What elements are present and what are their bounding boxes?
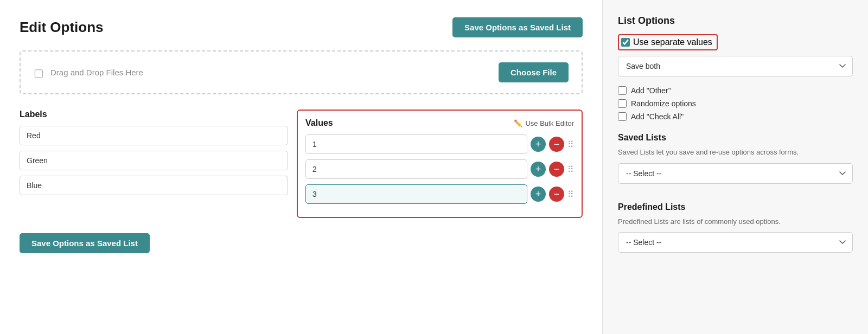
predefined-lists-select[interactable]: -- Select --: [618, 232, 853, 253]
value-row-2: + − ⠿: [305, 184, 574, 204]
bulk-editor-label: Use Bulk Editor: [525, 119, 574, 127]
predefined-lists-desc: Predefined Lists are lists of commonly u…: [618, 216, 853, 227]
remove-value-2-button[interactable]: −: [549, 187, 564, 202]
use-separate-values-text: Use separate values: [633, 37, 712, 47]
remove-value-1-button[interactable]: −: [549, 162, 564, 177]
main-panel: Edit Options Save Options as Saved List …: [0, 0, 602, 334]
label-input-2[interactable]: [20, 176, 288, 195]
file-icon: ▢: [34, 66, 44, 79]
value-input-1[interactable]: [305, 159, 527, 179]
randomize-options-checkbox[interactable]: [618, 99, 627, 108]
value-input-0[interactable]: [305, 134, 527, 154]
add-value-0-button[interactable]: +: [531, 137, 546, 152]
footer-row: Save Options as Saved List: [20, 233, 583, 253]
save-options-footer-button[interactable]: Save Options as Saved List: [20, 233, 150, 253]
remove-value-0-button[interactable]: −: [549, 137, 564, 152]
drag-handle-0[interactable]: ⠿: [567, 139, 574, 150]
bulk-editor-link[interactable]: ✏️ Use Bulk Editor: [514, 119, 574, 127]
label-row-1: [20, 151, 288, 170]
page-title: Edit Options: [20, 19, 104, 36]
add-other-checkbox[interactable]: [618, 86, 627, 95]
drag-handle-1[interactable]: ⠿: [567, 164, 574, 175]
use-separate-values-label[interactable]: Use separate values: [618, 34, 718, 50]
predefined-lists-title: Predefined Lists: [618, 202, 853, 212]
use-separate-values-checkbox[interactable]: [621, 38, 630, 47]
label-input-1[interactable]: [20, 151, 288, 170]
sidebar: List Options Use separate values Save bo…: [602, 0, 868, 334]
choose-file-button[interactable]: Choose File: [499, 62, 569, 82]
list-options-title: List Options: [618, 15, 853, 27]
label-input-0[interactable]: [20, 126, 288, 145]
pencil-icon: ✏️: [514, 119, 522, 127]
labels-title: Labels: [20, 110, 47, 119]
add-check-all-label: Add "Check All": [631, 112, 684, 121]
drag-handle-2[interactable]: ⠿: [567, 189, 574, 200]
add-value-1-button[interactable]: +: [531, 162, 546, 177]
list-options-section: List Options Use separate values Save bo…: [618, 15, 853, 121]
values-column: Values ✏️ Use Bulk Editor + − ⠿ + − ⠿: [297, 110, 583, 218]
editor-section: Labels Values ✏️ Use Bulk Editor: [20, 110, 583, 218]
value-row-1: + − ⠿: [305, 159, 574, 179]
add-other-label: Add "Other": [631, 86, 671, 95]
label-row-0: [20, 126, 288, 145]
labels-column: Labels: [20, 110, 288, 201]
add-other-row: Add "Other": [618, 86, 853, 95]
saved-lists-section: Saved Lists Saved Lists let you save and…: [618, 133, 853, 190]
saved-lists-title: Saved Lists: [618, 133, 853, 143]
randomize-options-label: Randomize options: [631, 99, 696, 108]
value-input-2[interactable]: [305, 184, 527, 204]
value-row-0: + − ⠿: [305, 134, 574, 154]
drop-zone: ▢ Drag and Drop Files Here Choose File: [20, 50, 583, 94]
add-check-all-checkbox[interactable]: [618, 112, 627, 121]
drop-zone-label: Drag and Drop Files Here: [50, 68, 143, 77]
values-header: Values ✏️ Use Bulk Editor: [305, 118, 574, 128]
saved-lists-select[interactable]: -- Select --: [618, 163, 853, 184]
label-row-2: [20, 176, 288, 195]
header-row: Edit Options Save Options as Saved List: [20, 17, 583, 37]
randomize-options-row: Randomize options: [618, 99, 853, 108]
save-both-select[interactable]: Save both Save label only Save value onl…: [618, 56, 853, 76]
values-title: Values: [305, 118, 333, 128]
drop-zone-left: ▢ Drag and Drop Files Here: [34, 66, 143, 79]
save-options-header-button[interactable]: Save Options as Saved List: [452, 17, 583, 37]
add-check-all-row: Add "Check All": [618, 112, 853, 121]
predefined-lists-section: Predefined Lists Predefined Lists are li…: [618, 202, 853, 260]
add-value-2-button[interactable]: +: [531, 187, 546, 202]
saved-lists-desc: Saved Lists let you save and re-use opti…: [618, 147, 853, 158]
labels-header: Labels: [20, 110, 288, 119]
